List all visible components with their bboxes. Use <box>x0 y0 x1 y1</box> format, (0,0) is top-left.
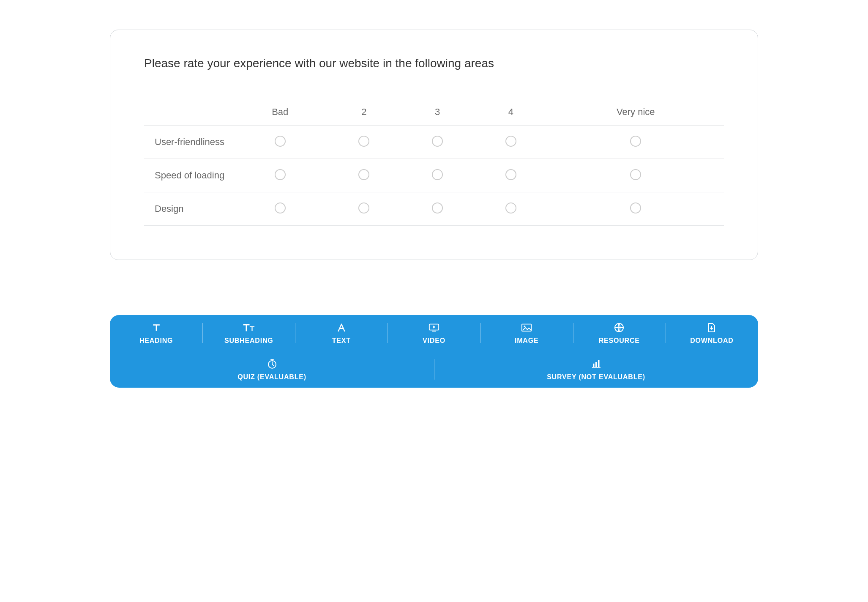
radio-button[interactable] <box>505 169 516 180</box>
radio-button[interactable] <box>275 169 286 180</box>
toolbar-label: HEADING <box>139 337 173 345</box>
row-label: User-friendliness <box>144 125 233 159</box>
image-icon <box>521 323 532 333</box>
radio-button[interactable] <box>630 202 641 213</box>
survey-icon <box>591 359 601 369</box>
toolbar-label: IMAGE <box>515 337 538 345</box>
radio-button[interactable] <box>630 136 641 147</box>
insert-toolbar: HEADING SUBHEADING TEXT <box>110 315 758 388</box>
rating-header-empty <box>144 99 233 126</box>
radio-button[interactable] <box>358 136 369 147</box>
rating-header: 3 <box>401 99 474 126</box>
download-icon <box>707 323 716 333</box>
row-label: Speed of loading <box>144 159 233 192</box>
toolbar-item-quiz[interactable]: QUIZ (EVALUABLE) <box>110 351 434 388</box>
toolbar-item-download[interactable]: DOWNLOAD <box>666 315 758 351</box>
radio-button[interactable] <box>432 136 443 147</box>
rating-header: Very nice <box>548 99 724 126</box>
radio-button[interactable] <box>275 136 286 147</box>
radio-button[interactable] <box>358 202 369 213</box>
radio-button[interactable] <box>505 136 516 147</box>
svg-rect-7 <box>595 362 597 367</box>
toolbar-label: DOWNLOAD <box>690 337 733 345</box>
subheading-icon <box>243 323 255 333</box>
toolbar-item-video[interactable]: VIDEO <box>388 315 480 351</box>
svg-rect-8 <box>598 360 600 367</box>
row-label: Design <box>144 192 233 225</box>
toolbar-item-heading[interactable]: HEADING <box>110 315 202 351</box>
radio-button[interactable] <box>630 169 641 180</box>
svg-point-3 <box>524 326 526 327</box>
radio-button[interactable] <box>358 169 369 180</box>
rating-table: Bad 2 3 4 Very nice User-friendliness Sp… <box>144 99 724 226</box>
toolbar-item-text[interactable]: TEXT <box>295 315 388 351</box>
table-row: Speed of loading <box>144 159 724 192</box>
toolbar-item-resource[interactable]: RESOURCE <box>573 315 666 351</box>
toolbar-row-2: QUIZ (EVALUABLE) SURVEY (NOT EVALUABLE) <box>110 351 758 388</box>
heading-icon <box>152 323 161 333</box>
svg-rect-1 <box>432 331 436 331</box>
toolbar-label: RESOURCE <box>599 337 640 345</box>
toolbar-row-1: HEADING SUBHEADING TEXT <box>110 315 758 351</box>
toolbar-label: QUIZ (EVALUABLE) <box>237 373 306 381</box>
radio-button[interactable] <box>432 202 443 213</box>
radio-button[interactable] <box>275 202 286 213</box>
svg-rect-9 <box>592 367 601 368</box>
survey-question: Please rate your experience with our web… <box>144 55 724 71</box>
rating-header: 2 <box>327 99 401 126</box>
toolbar-label: SURVEY (NOT EVALUABLE) <box>547 373 645 381</box>
table-row: Design <box>144 192 724 225</box>
quiz-icon <box>267 359 277 369</box>
toolbar-item-image[interactable]: IMAGE <box>480 315 573 351</box>
toolbar-item-survey[interactable]: SURVEY (NOT EVALUABLE) <box>434 351 758 388</box>
resource-icon <box>614 323 624 333</box>
toolbar-label: SUBHEADING <box>224 337 273 345</box>
radio-button[interactable] <box>432 169 443 180</box>
svg-rect-6 <box>593 364 595 367</box>
rating-header: Bad <box>233 99 327 126</box>
text-icon <box>337 323 346 333</box>
video-icon <box>429 323 439 333</box>
toolbar-label: TEXT <box>332 337 351 345</box>
survey-card: Please rate your experience with our web… <box>110 30 758 260</box>
toolbar-item-subheading[interactable]: SUBHEADING <box>202 315 295 351</box>
table-row: User-friendliness <box>144 125 724 159</box>
radio-button[interactable] <box>505 202 516 213</box>
rating-header: 4 <box>474 99 548 126</box>
toolbar-label: VIDEO <box>423 337 445 345</box>
